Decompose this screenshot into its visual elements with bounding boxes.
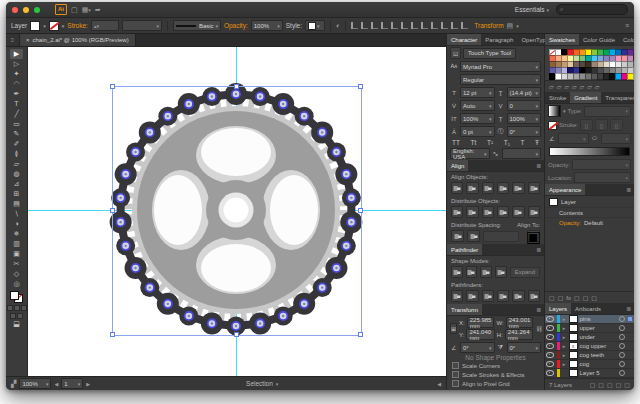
panel-menu-icon[interactable]: ≣ bbox=[626, 303, 634, 314]
layer-name[interactable]: pins bbox=[580, 316, 591, 322]
layer-row[interactable]: ▸cog teeth bbox=[545, 351, 634, 360]
minus-front-icon[interactable] bbox=[466, 266, 478, 278]
minus-back-icon[interactable] bbox=[528, 290, 540, 302]
tab-pathfinder[interactable]: Pathfinder bbox=[447, 244, 482, 255]
zoom-level-field[interactable]: 100%▾ bbox=[19, 378, 51, 389]
gradient-type-dropdown[interactable]: ▾ bbox=[584, 106, 631, 117]
constrain-proportions-icon[interactable]: ⛓ bbox=[535, 326, 543, 332]
type-tool[interactable]: T bbox=[10, 99, 23, 109]
layer-name[interactable]: Layer 5 bbox=[580, 370, 600, 376]
type-style-button-2[interactable]: T¹ bbox=[487, 139, 493, 146]
panel-menu-icon[interactable]: ≣ bbox=[626, 184, 634, 195]
controlbar-align-bottom-icon[interactable] bbox=[401, 22, 408, 29]
tab-swatches[interactable]: Swatches bbox=[545, 34, 579, 45]
layer-name[interactable]: under bbox=[580, 334, 595, 340]
new-effect-icon[interactable]: fx bbox=[566, 295, 571, 301]
intersect-icon[interactable] bbox=[480, 266, 492, 278]
scale-strokes-checkbox-row[interactable]: Scale Strokes & Effects bbox=[447, 370, 544, 379]
workspace-switcher[interactable]: Essentials ▾ bbox=[512, 5, 552, 14]
visibility-eye-icon[interactable] bbox=[546, 334, 554, 340]
stroke-along-icon[interactable]: ▯ bbox=[595, 119, 608, 131]
trim-icon[interactable] bbox=[466, 290, 478, 302]
selection-handle[interactable] bbox=[234, 84, 239, 89]
controlbar-align-left-icon[interactable] bbox=[351, 22, 358, 29]
distribute-vcenter-icon[interactable] bbox=[466, 206, 478, 218]
target-circle-icon[interactable] bbox=[619, 316, 625, 322]
type-style-button-1[interactable]: Tt bbox=[471, 139, 477, 146]
controlbar-distribute-bottom-icon[interactable] bbox=[431, 22, 438, 29]
layer-row[interactable]: ▸under bbox=[545, 333, 634, 342]
vertical-space-icon[interactable] bbox=[451, 230, 464, 242]
hand-tool[interactable]: ◇ bbox=[10, 269, 23, 279]
layer-name[interactable]: cog bbox=[580, 361, 590, 367]
target-circle-icon[interactable] bbox=[619, 370, 625, 376]
x-field[interactable]: 225.985 mm bbox=[467, 317, 495, 328]
panel-menu-icon[interactable]: ≣ bbox=[536, 244, 544, 255]
appearance-row-opacity[interactable]: Opacity: Default bbox=[545, 218, 634, 227]
tab-color[interactable]: Color bbox=[619, 34, 634, 45]
selection-bounding-box[interactable] bbox=[112, 86, 362, 336]
controlbar-distribute-hcenter-icon[interactable] bbox=[451, 22, 458, 29]
controlbar-distribute-right-icon[interactable] bbox=[461, 22, 468, 29]
close-window-button[interactable] bbox=[12, 7, 18, 13]
font-size-field[interactable]: 12 pt▾ bbox=[460, 87, 495, 98]
distribute-hcenter-icon[interactable] bbox=[512, 206, 524, 218]
selection-handle[interactable] bbox=[358, 332, 363, 337]
symbol-sprayer-tool[interactable]: ✵ bbox=[10, 229, 23, 239]
exclude-icon[interactable] bbox=[495, 266, 507, 278]
expand-button[interactable]: Expand bbox=[510, 267, 540, 278]
language-dropdown[interactable]: English: USA▾ bbox=[450, 148, 490, 159]
new-sublayer-icon[interactable]: ▢ bbox=[607, 381, 613, 388]
checkbox-icon[interactable] bbox=[452, 362, 459, 369]
tab-transform[interactable]: Transform bbox=[447, 304, 482, 315]
expand-arrow-icon[interactable]: ▸ bbox=[562, 316, 567, 322]
selection-handle[interactable] bbox=[110, 84, 115, 89]
appearance-row-contents[interactable]: Contents bbox=[545, 208, 634, 218]
reference-point-locator[interactable]: ⊞ bbox=[450, 323, 457, 334]
controlbar-align-right-icon[interactable] bbox=[371, 22, 378, 29]
align-to-dropdown[interactable]: ▣ bbox=[527, 230, 540, 242]
artboard-nav-field[interactable]: 1▾ bbox=[61, 378, 83, 389]
divide-icon[interactable] bbox=[451, 290, 463, 302]
paintbrush-tool[interactable]: ✎ bbox=[10, 129, 23, 139]
width-tool[interactable]: ≬ bbox=[10, 149, 23, 159]
tab-color-guide[interactable]: Color Guide bbox=[579, 34, 619, 45]
fill-swatch[interactable] bbox=[30, 21, 40, 31]
layer-row[interactable]: ▸upper bbox=[545, 324, 634, 333]
share-icon[interactable]: ➦ bbox=[95, 5, 101, 14]
tab-appearance[interactable]: Appearance bbox=[545, 184, 585, 195]
delete-swatch-icon[interactable]: ▱ bbox=[595, 83, 600, 90]
spacing-value-field[interactable] bbox=[483, 231, 519, 242]
duplicate-item-icon[interactable]: ▢ bbox=[583, 294, 589, 301]
font-style-dropdown[interactable]: Regular▾ bbox=[460, 74, 541, 85]
expand-arrow-icon[interactable]: ▸ bbox=[562, 352, 567, 358]
canvas[interactable] bbox=[28, 47, 446, 376]
new-layer-icon[interactable]: ▢ bbox=[616, 381, 622, 388]
color-themes-icon[interactable]: ▱ bbox=[557, 83, 562, 90]
style-dropdown[interactable]: ▾ bbox=[305, 20, 325, 31]
opacity-label[interactable]: Opacity: bbox=[224, 22, 248, 29]
close-tab-icon[interactable]: × bbox=[26, 37, 30, 43]
layer-name[interactable]: upper bbox=[580, 325, 595, 331]
type-style-button-0[interactable]: TT bbox=[452, 139, 460, 146]
y-field[interactable]: 241.040 mm bbox=[466, 329, 494, 340]
align-bottom-icon[interactable] bbox=[528, 182, 540, 194]
tab-layers[interactable]: Layers bbox=[545, 303, 571, 314]
screen-mode-icon[interactable]: ⬓ bbox=[10, 319, 23, 329]
selection-handle[interactable] bbox=[234, 332, 239, 337]
baseline-shift-field[interactable]: 0 pt▾ bbox=[460, 126, 495, 137]
magic-wand-tool[interactable]: ✦ bbox=[10, 69, 23, 79]
new-fill-icon[interactable]: ▢ bbox=[558, 294, 564, 301]
rectangle-tool[interactable]: ▭ bbox=[10, 119, 23, 129]
gradient-fill-stroke-proxy[interactable] bbox=[548, 121, 557, 130]
slice-tool[interactable]: ✂ bbox=[10, 259, 23, 269]
controlbar-align-hcenter-icon[interactable] bbox=[361, 22, 368, 29]
brush-definition-dropdown[interactable]: Basic▾ bbox=[173, 20, 221, 31]
expand-arrow-icon[interactable]: ▸ bbox=[562, 325, 567, 331]
controlbar-distribute-vcenter-icon[interactable] bbox=[421, 22, 428, 29]
mesh-tool[interactable]: ⊞ bbox=[10, 189, 23, 199]
visibility-eye-icon[interactable] bbox=[546, 325, 554, 331]
scale-corners-checkbox-row[interactable]: Scale Corners bbox=[447, 361, 544, 370]
merge-icon[interactable] bbox=[482, 290, 494, 302]
kerning-field[interactable]: Auto▾ bbox=[460, 100, 495, 111]
